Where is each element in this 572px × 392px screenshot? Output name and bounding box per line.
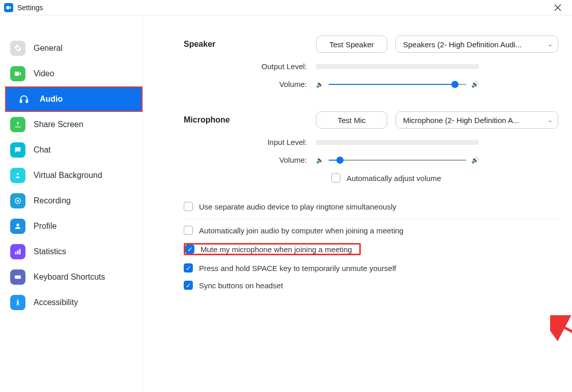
sidebar-item-label: Video: [34, 69, 54, 78]
sidebar-item-share-screen[interactable]: Share Screen: [0, 112, 142, 137]
sidebar-item-label: Profile: [34, 222, 56, 231]
sidebar-item-label: Virtual Background: [34, 171, 102, 180]
input-level-label: Input Level:: [184, 138, 316, 146]
speaker-device-value: Speakers (2- High Definition Audi...: [403, 40, 522, 49]
svg-rect-0: [20, 100, 22, 103]
volume-low-icon: 🔈: [316, 81, 324, 88]
auto-adjust-volume-checkbox[interactable]: [331, 173, 340, 183]
sidebar-item-video[interactable]: Video: [0, 61, 142, 86]
volume-high-icon: 🔊: [471, 157, 479, 164]
chat-icon: [10, 142, 25, 158]
mute-on-join-label: Mute my microphone when joining a meetin…: [201, 245, 352, 254]
svg-rect-6: [15, 252, 17, 254]
sidebar-item-label: Accessibility: [34, 298, 78, 307]
main-panel: Speaker Test Speaker Speakers (2- High D…: [143, 15, 572, 392]
app-icon: [4, 3, 13, 12]
space-unmute-checkbox[interactable]: ✓: [184, 263, 193, 273]
svg-point-2: [17, 173, 19, 175]
keyboard-icon: [10, 269, 25, 285]
speaker-heading: Speaker: [184, 40, 316, 49]
window-title: Settings: [17, 4, 43, 12]
sidebar-item-profile[interactable]: Profile: [0, 214, 142, 239]
chevron-down-icon: ⌄: [548, 41, 553, 48]
sidebar-item-label: Audio: [40, 95, 63, 104]
sidebar-item-keyboard-shortcuts[interactable]: Keyboard Shortcuts: [0, 264, 142, 290]
sidebar-item-label: Chat: [34, 145, 51, 155]
svg-point-5: [16, 224, 19, 226]
sidebar-item-label: Recording: [34, 196, 71, 205]
gear-icon: [10, 41, 25, 56]
sidebar-item-label: Share Screen: [34, 120, 83, 129]
svg-rect-1: [26, 100, 27, 103]
mute-on-join-checkbox[interactable]: ✓: [185, 245, 194, 254]
titlebar: Settings: [0, 0, 572, 15]
statistics-icon: [10, 244, 25, 259]
close-button[interactable]: [548, 1, 568, 14]
separate-device-checkbox[interactable]: [184, 202, 193, 211]
sidebar-item-recording[interactable]: Recording: [0, 188, 142, 214]
microphone-heading: Microphone: [184, 115, 316, 125]
profile-icon: [10, 219, 25, 234]
volume-high-icon: 🔊: [471, 81, 479, 88]
sidebar-item-chat[interactable]: Chat: [0, 137, 142, 163]
speaker-output-level: [316, 64, 479, 69]
sidebar-item-audio[interactable]: Audio: [5, 86, 142, 112]
microphone-input-level: [316, 140, 479, 145]
virtual-background-icon: [10, 168, 25, 183]
sidebar: General Video Audio Share Screen Chat: [0, 15, 143, 392]
speaker-volume-label: Volume:: [184, 80, 316, 88]
test-speaker-button[interactable]: Test Speaker: [316, 36, 387, 53]
mic-volume-slider[interactable]: 🔈 🔊: [316, 157, 479, 164]
svg-rect-9: [15, 276, 21, 279]
sidebar-item-general[interactable]: General: [0, 36, 142, 61]
svg-rect-8: [19, 249, 21, 255]
sync-headset-checkbox[interactable]: ✓: [184, 281, 193, 290]
annotation-arrow: [550, 315, 572, 381]
test-mic-button[interactable]: Test Mic: [316, 111, 387, 129]
svg-line-11: [560, 325, 572, 376]
mic-volume-label: Volume:: [184, 156, 316, 164]
sidebar-item-statistics[interactable]: Statistics: [0, 239, 142, 264]
annotation-highlight: ✓ Mute my microphone when joining a meet…: [184, 243, 361, 255]
space-unmute-label: Press and hold SPACE key to temporarily …: [199, 264, 396, 273]
chevron-down-icon: ⌄: [548, 116, 553, 124]
svg-point-4: [17, 200, 19, 202]
volume-low-icon: 🔈: [316, 157, 324, 164]
speaker-device-select[interactable]: Speakers (2- High Definition Audi... ⌄: [395, 36, 558, 53]
share-screen-icon: [10, 117, 25, 132]
auto-adjust-volume-label: Automatically adjust volume: [347, 174, 441, 183]
sync-headset-label: Sync buttons on headset: [199, 281, 283, 290]
sidebar-item-label: Statistics: [34, 247, 66, 256]
svg-point-10: [17, 299, 19, 301]
sidebar-item-label: General: [34, 44, 63, 53]
sidebar-item-virtual-background[interactable]: Virtual Background: [0, 163, 142, 188]
speaker-volume-slider[interactable]: 🔈 🔊: [316, 81, 479, 88]
auto-join-audio-label: Automatically join audio by computer whe…: [199, 226, 404, 235]
divider: [184, 219, 558, 220]
svg-rect-7: [17, 250, 19, 254]
accessibility-icon: [10, 295, 25, 310]
microphone-device-select[interactable]: Microphone (2- High Definition A... ⌄: [395, 111, 558, 129]
video-icon: [10, 66, 25, 81]
sidebar-item-accessibility[interactable]: Accessibility: [0, 290, 142, 315]
headphones-icon: [16, 92, 32, 107]
microphone-device-value: Microphone (2- High Definition A...: [403, 116, 519, 125]
recording-icon: [10, 193, 25, 208]
separate-device-label: Use separate audio device to play ringto…: [199, 202, 396, 211]
output-level-label: Output Level:: [184, 62, 316, 71]
sidebar-item-label: Keyboard Shortcuts: [34, 273, 105, 282]
auto-join-audio-checkbox[interactable]: [184, 226, 193, 235]
